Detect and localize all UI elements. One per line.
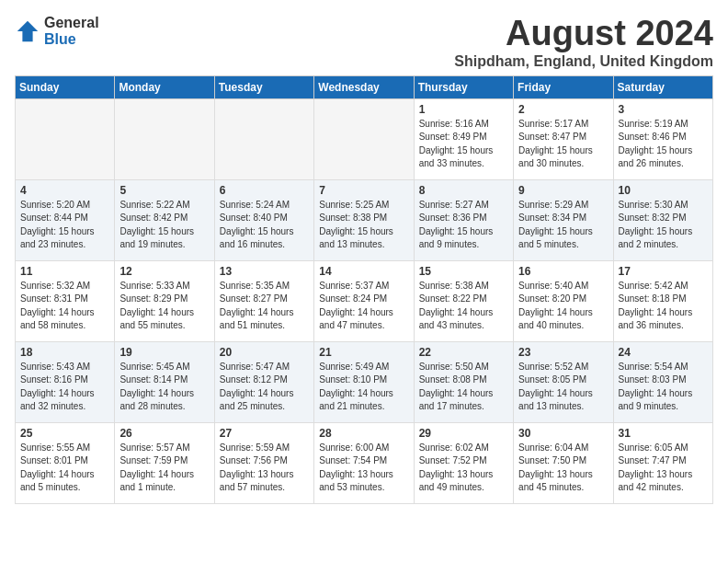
- calendar-cell: 17Sunrise: 5:42 AM Sunset: 8:18 PM Dayli…: [613, 260, 712, 341]
- day-info: Sunrise: 5:59 AM Sunset: 7:56 PM Dayligh…: [220, 442, 309, 495]
- svg-marker-0: [17, 20, 38, 40]
- logo-blue-text: Blue: [44, 31, 99, 48]
- calendar-week-row: 18Sunrise: 5:43 AM Sunset: 8:16 PM Dayli…: [16, 341, 713, 422]
- day-info: Sunrise: 5:42 AM Sunset: 8:18 PM Dayligh…: [619, 280, 708, 333]
- calendar-cell: [115, 98, 214, 179]
- calendar-cell: 10Sunrise: 5:30 AM Sunset: 8:32 PM Dayli…: [613, 179, 712, 260]
- day-number: 1: [419, 103, 508, 116]
- calendar-cell: 23Sunrise: 5:52 AM Sunset: 8:05 PM Dayli…: [514, 341, 613, 422]
- day-info: Sunrise: 5:43 AM Sunset: 8:16 PM Dayligh…: [20, 361, 109, 414]
- day-info: Sunrise: 5:52 AM Sunset: 8:05 PM Dayligh…: [518, 361, 608, 414]
- col-header-friday: Friday: [514, 75, 613, 98]
- day-number: 30: [518, 427, 608, 440]
- day-info: Sunrise: 5:25 AM Sunset: 8:38 PM Dayligh…: [319, 199, 408, 252]
- day-number: 4: [20, 184, 109, 197]
- calendar-cell: 1Sunrise: 5:16 AM Sunset: 8:49 PM Daylig…: [414, 98, 513, 179]
- logo-icon: [15, 18, 40, 44]
- calendar-cell: 16Sunrise: 5:40 AM Sunset: 8:20 PM Dayli…: [514, 260, 613, 341]
- day-info: Sunrise: 5:24 AM Sunset: 8:40 PM Dayligh…: [220, 199, 309, 252]
- logo: General Blue: [15, 15, 99, 47]
- calendar-cell: 4Sunrise: 5:20 AM Sunset: 8:44 PM Daylig…: [16, 179, 115, 260]
- calendar-cell: 11Sunrise: 5:32 AM Sunset: 8:31 PM Dayli…: [16, 260, 115, 341]
- month-title: August 2024: [454, 15, 713, 53]
- calendar-cell: 30Sunrise: 6:04 AM Sunset: 7:50 PM Dayli…: [514, 422, 613, 503]
- day-number: 29: [419, 427, 508, 440]
- calendar-cell: 5Sunrise: 5:22 AM Sunset: 8:42 PM Daylig…: [115, 179, 214, 260]
- col-header-wednesday: Wednesday: [314, 75, 414, 98]
- day-info: Sunrise: 5:32 AM Sunset: 8:31 PM Dayligh…: [20, 280, 109, 333]
- day-info: Sunrise: 5:19 AM Sunset: 8:46 PM Dayligh…: [619, 118, 708, 171]
- calendar-cell: 21Sunrise: 5:49 AM Sunset: 8:10 PM Dayli…: [314, 341, 414, 422]
- calendar-cell: 8Sunrise: 5:27 AM Sunset: 8:36 PM Daylig…: [414, 179, 513, 260]
- day-info: Sunrise: 5:22 AM Sunset: 8:42 PM Dayligh…: [119, 199, 209, 252]
- day-info: Sunrise: 5:17 AM Sunset: 8:47 PM Dayligh…: [518, 118, 608, 171]
- day-number: 17: [619, 265, 708, 278]
- day-info: Sunrise: 5:30 AM Sunset: 8:32 PM Dayligh…: [619, 199, 708, 252]
- calendar-cell: 28Sunrise: 6:00 AM Sunset: 7:54 PM Dayli…: [314, 422, 414, 503]
- day-info: Sunrise: 5:40 AM Sunset: 8:20 PM Dayligh…: [518, 280, 608, 333]
- day-number: 26: [119, 427, 209, 440]
- day-info: Sunrise: 5:37 AM Sunset: 8:24 PM Dayligh…: [319, 280, 408, 333]
- day-info: Sunrise: 5:47 AM Sunset: 8:12 PM Dayligh…: [220, 361, 309, 414]
- day-number: 13: [220, 265, 309, 278]
- col-header-sunday: Sunday: [16, 75, 115, 98]
- calendar-cell: 3Sunrise: 5:19 AM Sunset: 8:46 PM Daylig…: [613, 98, 712, 179]
- calendar-cell: [16, 98, 115, 179]
- calendar-week-row: 1Sunrise: 5:16 AM Sunset: 8:49 PM Daylig…: [16, 98, 713, 179]
- calendar-cell: 19Sunrise: 5:45 AM Sunset: 8:14 PM Dayli…: [115, 341, 214, 422]
- day-number: 19: [119, 346, 209, 359]
- day-number: 24: [619, 346, 708, 359]
- day-info: Sunrise: 5:29 AM Sunset: 8:34 PM Dayligh…: [518, 199, 608, 252]
- calendar-cell: 14Sunrise: 5:37 AM Sunset: 8:24 PM Dayli…: [314, 260, 414, 341]
- calendar-cell: [314, 98, 414, 179]
- calendar-cell: [214, 98, 313, 179]
- calendar-cell: 6Sunrise: 5:24 AM Sunset: 8:40 PM Daylig…: [214, 179, 313, 260]
- calendar-header-row: SundayMondayTuesdayWednesdayThursdayFrid…: [16, 75, 713, 98]
- day-number: 11: [20, 265, 109, 278]
- calendar-week-row: 4Sunrise: 5:20 AM Sunset: 8:44 PM Daylig…: [16, 179, 713, 260]
- day-info: Sunrise: 5:45 AM Sunset: 8:14 PM Dayligh…: [119, 361, 209, 414]
- calendar-table: SundayMondayTuesdayWednesdayThursdayFrid…: [15, 75, 713, 504]
- calendar-cell: 20Sunrise: 5:47 AM Sunset: 8:12 PM Dayli…: [214, 341, 313, 422]
- calendar-cell: 13Sunrise: 5:35 AM Sunset: 8:27 PM Dayli…: [214, 260, 313, 341]
- day-number: 8: [419, 184, 508, 197]
- location-title: Shipdham, England, United Kingdom: [454, 53, 713, 70]
- day-number: 6: [220, 184, 309, 197]
- page-header: General Blue August 2024 Shipdham, Engla…: [15, 15, 713, 70]
- day-number: 23: [518, 346, 608, 359]
- day-number: 31: [619, 427, 708, 440]
- day-number: 2: [518, 103, 608, 116]
- calendar-cell: 27Sunrise: 5:59 AM Sunset: 7:56 PM Dayli…: [214, 422, 313, 503]
- day-number: 15: [419, 265, 508, 278]
- day-number: 3: [619, 103, 708, 116]
- day-number: 25: [20, 427, 109, 440]
- calendar-cell: 15Sunrise: 5:38 AM Sunset: 8:22 PM Dayli…: [414, 260, 513, 341]
- calendar-cell: 2Sunrise: 5:17 AM Sunset: 8:47 PM Daylig…: [514, 98, 613, 179]
- col-header-monday: Monday: [115, 75, 214, 98]
- calendar-cell: 9Sunrise: 5:29 AM Sunset: 8:34 PM Daylig…: [514, 179, 613, 260]
- col-header-tuesday: Tuesday: [214, 75, 313, 98]
- day-info: Sunrise: 5:16 AM Sunset: 8:49 PM Dayligh…: [419, 118, 508, 171]
- day-number: 7: [319, 184, 408, 197]
- calendar-cell: 25Sunrise: 5:55 AM Sunset: 8:01 PM Dayli…: [16, 422, 115, 503]
- day-info: Sunrise: 6:04 AM Sunset: 7:50 PM Dayligh…: [518, 442, 608, 495]
- col-header-saturday: Saturday: [613, 75, 712, 98]
- day-info: Sunrise: 5:49 AM Sunset: 8:10 PM Dayligh…: [319, 361, 408, 414]
- day-info: Sunrise: 5:27 AM Sunset: 8:36 PM Dayligh…: [419, 199, 508, 252]
- calendar-cell: 24Sunrise: 5:54 AM Sunset: 8:03 PM Dayli…: [613, 341, 712, 422]
- day-number: 9: [518, 184, 608, 197]
- day-number: 10: [619, 184, 708, 197]
- day-number: 18: [20, 346, 109, 359]
- day-info: Sunrise: 5:50 AM Sunset: 8:08 PM Dayligh…: [419, 361, 508, 414]
- day-info: Sunrise: 6:02 AM Sunset: 7:52 PM Dayligh…: [419, 442, 508, 495]
- day-info: Sunrise: 6:05 AM Sunset: 7:47 PM Dayligh…: [619, 442, 708, 495]
- day-number: 20: [220, 346, 309, 359]
- col-header-thursday: Thursday: [414, 75, 513, 98]
- logo-general-text: General: [44, 15, 99, 31]
- calendar-cell: 12Sunrise: 5:33 AM Sunset: 8:29 PM Dayli…: [115, 260, 214, 341]
- day-info: Sunrise: 6:00 AM Sunset: 7:54 PM Dayligh…: [319, 442, 408, 495]
- calendar-week-row: 11Sunrise: 5:32 AM Sunset: 8:31 PM Dayli…: [16, 260, 713, 341]
- calendar-cell: 29Sunrise: 6:02 AM Sunset: 7:52 PM Dayli…: [414, 422, 513, 503]
- calendar-cell: 31Sunrise: 6:05 AM Sunset: 7:47 PM Dayli…: [613, 422, 712, 503]
- day-info: Sunrise: 5:57 AM Sunset: 7:59 PM Dayligh…: [119, 442, 209, 495]
